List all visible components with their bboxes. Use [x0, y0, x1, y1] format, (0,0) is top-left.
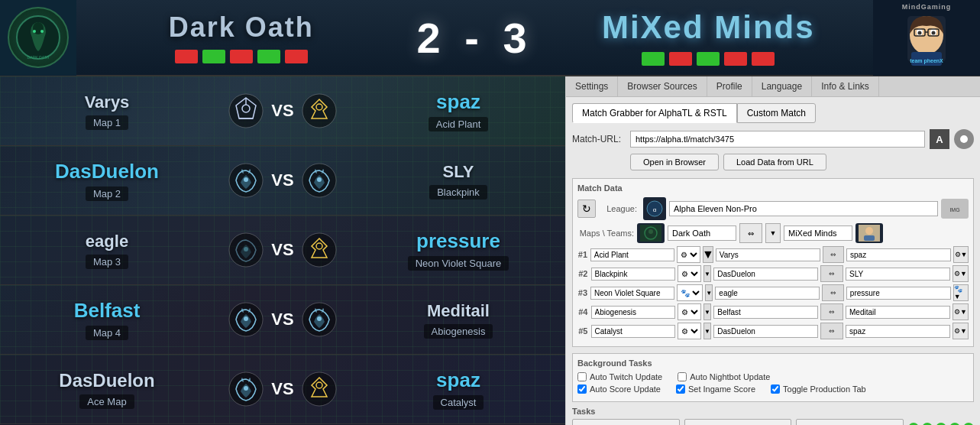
- auto-twitch-checkbox[interactable]: Auto Twitch Update: [577, 372, 662, 381]
- match2-map-label: Map 2: [86, 187, 128, 201]
- url-input[interactable]: [630, 131, 925, 148]
- map1-dropdown[interactable]: ▼: [703, 246, 713, 263]
- flag-3: [230, 50, 253, 63]
- league-name-input[interactable]: [669, 201, 938, 216]
- match-row-5: DasDuelon Ace Map VS: [0, 355, 565, 424]
- map-row-5: #5 ⚙ ▼ ⇔ ⚙▼: [577, 323, 969, 339]
- map1-name[interactable]: [590, 248, 674, 261]
- match5-vs: VS: [214, 355, 351, 423]
- reset-score-btn[interactable]: Reset Score: [796, 419, 904, 425]
- settings-tabs: Settings Browser Sources Profile Languag…: [566, 76, 980, 97]
- tab-info-links[interactable]: Info & Links: [812, 76, 879, 96]
- svg-point-3: [33, 30, 36, 33]
- map2-race-left[interactable]: ⚙: [678, 265, 701, 282]
- map1-player-left[interactable]: [716, 248, 820, 261]
- url-btn-dot[interactable]: [954, 129, 974, 149]
- match-row-2: DasDuelon Map 2 VS: [0, 146, 565, 216]
- map2-name[interactable]: [591, 268, 675, 281]
- toggle-prod-input[interactable]: [771, 384, 780, 394]
- toggle-prod-checkbox[interactable]: Toggle Production Tab: [771, 384, 866, 394]
- url-btn-a[interactable]: A: [930, 129, 949, 149]
- auto-nightbot-checkbox[interactable]: Auto Nightbot Update: [678, 372, 770, 381]
- svg-point-4: [40, 30, 44, 33]
- team-left-input[interactable]: [668, 225, 736, 241]
- match2-player-left: DasDuelon Map 2: [0, 146, 214, 215]
- team-right-section: MiXed Minds: [544, 9, 874, 66]
- map1-race-right-select[interactable]: ⚙▼: [953, 246, 969, 263]
- open-browser-btn[interactable]: Open in Browser: [630, 154, 719, 170]
- match2-vs: VS: [214, 146, 351, 215]
- map2-player-left[interactable]: [713, 268, 818, 281]
- matches-panel: Varys Map 1 VS: [0, 76, 565, 425]
- svg-point-29: [244, 247, 248, 251]
- league-logo-right: IMG: [941, 199, 969, 219]
- map4-race-left[interactable]: ⚙: [678, 303, 701, 320]
- map4-player-left[interactable]: [713, 306, 818, 319]
- team-left-arrow[interactable]: ⇔: [739, 223, 762, 243]
- tab-browser-sources[interactable]: Browser Sources: [618, 76, 707, 96]
- map1-player-right[interactable]: [846, 248, 951, 261]
- map3-score: ⇔: [822, 284, 844, 301]
- refresh-btn[interactable]: ↻: [577, 200, 596, 218]
- match3-map-label: Map 3: [86, 255, 128, 269]
- map3-name[interactable]: [590, 287, 674, 300]
- auto-score-checkbox[interactable]: Auto Score Update: [577, 384, 661, 394]
- svg-point-27: [317, 177, 322, 182]
- map4-player-right[interactable]: [846, 306, 950, 319]
- tab-profile[interactable]: Profile: [707, 76, 752, 96]
- auto-nightbot-input[interactable]: [678, 372, 687, 381]
- map3-race-right-select[interactable]: 🐾▼: [953, 284, 969, 301]
- tab-settings[interactable]: Settings: [566, 76, 618, 96]
- auto-twitch-input[interactable]: [577, 372, 587, 381]
- map1-score: ⇔: [823, 246, 844, 263]
- team-right-input[interactable]: [784, 225, 852, 241]
- svg-text:IMG: IMG: [949, 207, 959, 212]
- match5-player-right: spaz Catalyst: [351, 355, 565, 423]
- map2-race-right-select[interactable]: ⚙▼: [953, 265, 969, 282]
- league-row: ↻ League: α IMG: [577, 197, 969, 220]
- match-row-4: Belfast Map 4 VS: [0, 285, 565, 355]
- checkbox-row-2: Auto Score Update Set Ingame Score Toggl…: [577, 384, 969, 394]
- svg-point-46: [648, 229, 653, 234]
- map2-player-right[interactable]: [846, 268, 950, 281]
- set-ingame-input[interactable]: [676, 384, 685, 394]
- map2-dropdown[interactable]: ▼: [703, 265, 712, 282]
- set-ingame-label: Set Ingame Score: [688, 384, 755, 394]
- map4-race-right-select[interactable]: ⚙▼: [953, 303, 969, 320]
- grabber-tab-custom[interactable]: Custom Match: [737, 103, 816, 123]
- match1-player-left: Varys Map 1: [0, 76, 214, 145]
- match3-vs-text: VS: [271, 240, 293, 260]
- set-ingame-checkbox[interactable]: Set Ingame Score: [676, 384, 755, 394]
- team-right-name: MiXed Minds: [602, 9, 815, 46]
- map3-player-right[interactable]: [846, 287, 951, 300]
- svg-point-37: [244, 386, 248, 391]
- map5-dropdown[interactable]: ▼: [703, 323, 712, 339]
- map5-race-left[interactable]: ⚙: [678, 323, 701, 339]
- race-icon-protoss-right3: [300, 231, 338, 269]
- flag-4: [257, 50, 280, 63]
- update-nightbot-btn[interactable]: Update Nightbot: [684, 419, 792, 425]
- map5-player-right[interactable]: [846, 325, 950, 338]
- tasks-section: Tasks Update Twitch Title Update Nightbo…: [572, 407, 974, 425]
- team-right-arrow[interactable]: ▼: [765, 223, 781, 243]
- map3-player-left[interactable]: [715, 287, 820, 300]
- map-num-3: #3: [577, 288, 588, 297]
- map5-name[interactable]: [591, 325, 675, 338]
- auto-score-input[interactable]: [577, 384, 587, 394]
- svg-point-33: [244, 316, 248, 321]
- match1-name-left: Varys: [85, 92, 130, 112]
- svg-point-48: [865, 227, 873, 235]
- map4-name[interactable]: [591, 306, 675, 319]
- map5-player-left[interactable]: [713, 325, 818, 338]
- map3-dropdown[interactable]: ▼: [705, 284, 713, 301]
- map5-race-right-select[interactable]: ⚙▼: [953, 323, 969, 339]
- tab-language[interactable]: Language: [752, 76, 812, 96]
- map1-race-left[interactable]: ⚙: [677, 246, 700, 263]
- league-label: League:: [599, 204, 637, 213]
- update-twitch-btn[interactable]: Update Twitch Title: [572, 419, 680, 425]
- map4-dropdown[interactable]: ▼: [703, 303, 712, 320]
- match4-player-right: Meditail Abiogenesis: [351, 285, 565, 354]
- load-data-btn[interactable]: Load Data from URL: [723, 154, 826, 170]
- map3-race-left[interactable]: 🐾: [677, 284, 703, 301]
- grabber-tab-alphatl[interactable]: Match Grabber for AlphaTL & RSTL: [572, 103, 737, 123]
